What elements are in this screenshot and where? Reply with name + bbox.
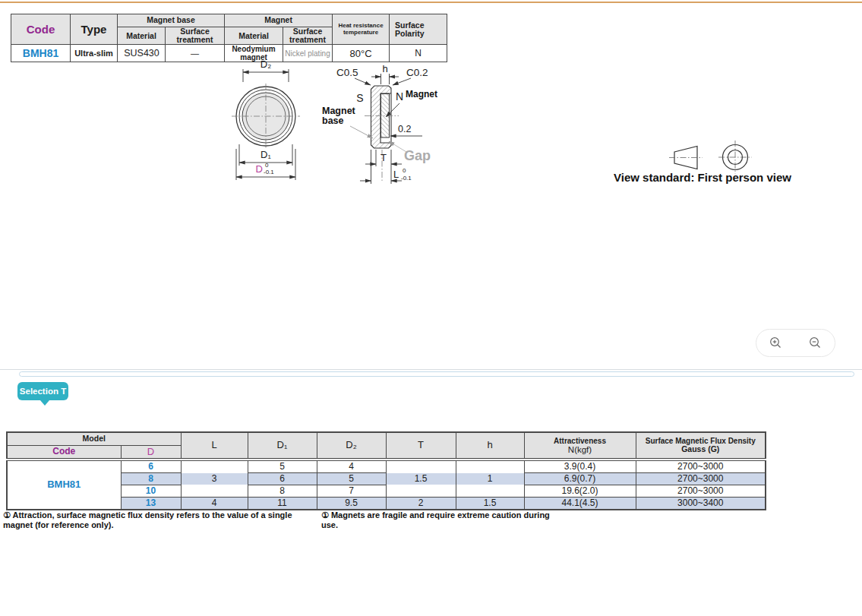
selection-table: Model L D₁ D₂ T h Attractiveness N(kgf) … [6,431,766,510]
zoom-in-button[interactable] [768,335,785,352]
label-c05: C0.5 [336,67,358,78]
spec-header-magnet: Magnet [225,14,333,27]
dim-label-l: L [393,169,399,180]
spec-header-heat-resistance: Heat resistance temperature [333,14,390,45]
dim-d2 [243,69,289,82]
dim-label-d: D [256,163,263,175]
label-gap: Gap [404,148,431,163]
header-attractiveness: Attractiveness N(kgf) [524,432,636,460]
header-model: Model [7,432,181,446]
cell-attractiveness: 44.1(4.5) [524,498,636,510]
spec-header-base-surface-treatment: Surface treatment [166,27,225,45]
cell-attractiveness: 19.6(2.0) [524,485,636,498]
cell-d: 6 [121,460,181,473]
technical-drawing: D₂ D₁ D 0 -0.1 h C0.5 C0.2 S N Magnet Ma… [213,59,471,188]
spec-header-magnet-base: Magnet base [118,14,225,27]
spec-value-base-material: SUS430 [118,45,166,62]
zoom-out-icon [809,336,822,349]
dim-l-tol-bottom: -0.1 [401,175,412,182]
dim-h [371,74,399,84]
front-view [232,84,300,150]
selection-tab-button[interactable]: Selection T [17,382,68,400]
dim-l-tol-top: 0 [403,167,406,174]
dim-d-tol-top: 0 [265,162,269,169]
spec-header-type: Type [71,14,118,45]
cell-d1: 5 [248,460,317,473]
table-row: 13 4 11 9.5 2 1.5 44.1(4.5) 3000~3400 [7,498,766,510]
label-s-pole: S [356,92,363,104]
cell-t-merged: 1.5 [386,460,456,498]
cell-attractiveness: 6.9(0.7) [524,473,636,485]
cell-code: BMH81 [7,460,121,510]
cell-d2: 4 [317,460,386,473]
zoom-out-button[interactable] [807,335,823,352]
header-d2: D₂ [317,432,386,460]
cell-l-merged: 3 [181,460,248,498]
header-t: T [386,432,456,460]
scrollbar-track[interactable] [19,371,854,377]
cell-d: 13 [121,498,181,510]
cell-d2: 9.5 [317,498,386,510]
header-flux-unit: Gauss (G) [636,445,766,454]
label-magnet-base-2: base [322,115,344,126]
label-offset: 0.2 [398,124,411,134]
spec-header-magnet-surface-treatment: Surface treatment [283,27,333,45]
catalog-page: { "spec_table": { "headers": { "code": "… [0,0,862,616]
spec-header-magnet-material: Material [225,27,283,45]
label-magnet-base-1: Magnet [322,106,356,116]
cell-d2: 5 [317,473,386,485]
label-c02: C0.2 [406,67,428,78]
cell-d1: 6 [248,473,317,485]
spec-header-surface-polarity: Surface Polarity [390,14,447,45]
dim-d-tol-bottom: -0.1 [264,169,274,175]
dim-label-d1: D₁ [260,149,271,160]
leader-c05 [355,78,371,85]
header-l: L [181,432,248,460]
note-fragile: ① Magnets are fragile and require extrem… [321,510,560,531]
zoom-toolbar [756,329,835,357]
spec-header-code: Code [11,14,71,45]
zoom-in-icon [769,336,782,349]
dim-label-h: h [382,63,387,74]
spec-header-base-material: Material [118,27,166,45]
header-code: Code [7,446,121,460]
note-attraction: ① Attraction, surface magnetic flux dens… [3,510,311,531]
cell-flux: 2700~3000 [636,473,766,485]
cell-t: 2 [386,498,456,510]
dim-label-d2: D₂ [260,59,271,70]
spec-value-code: BMH81 [11,45,71,62]
leader-magnet-base [350,126,373,138]
view-standard-label: View standard: First person view [614,171,811,184]
cell-flux: 2700~3000 [636,460,766,473]
header-h: h [456,432,524,460]
spec-value-type: Ultra-slim [71,45,118,62]
cell-flux: 3000~3400 [636,498,766,510]
header-attractiveness-unit: N(kgf) [525,445,636,455]
header-flux: Surface Magnetic Flux Density Gauss (G) [636,432,766,460]
spec-table: Code Type Magnet base Magnet Heat resist… [11,14,447,62]
cell-flux: 2700~3000 [636,485,766,498]
cell-attractiveness: 3.9(0.4) [524,460,636,473]
label-magnet: Magnet [406,89,437,100]
cell-h: 1.5 [456,498,524,510]
cell-d1: 11 [248,498,317,510]
section-divider-line [0,369,862,370]
leader-c02 [393,78,411,85]
cell-d1: 8 [248,485,317,498]
top-accent-line [0,2,862,3]
header-attractiveness-title: Attractiveness [525,437,636,445]
dim-label-t: T [380,152,387,163]
cell-d: 8 [121,473,181,485]
table-row: BMH81 6 3 5 4 1.5 1 3.9(0.4) 2700~3000 [7,460,766,473]
cell-d: 10 [121,485,181,498]
label-n-pole: N [396,90,403,103]
cell-h-merged: 1 [456,460,524,498]
cell-l: 4 [181,498,248,510]
header-d: D [121,446,181,460]
header-d1: D₁ [248,432,317,460]
cell-d2: 7 [317,485,386,498]
